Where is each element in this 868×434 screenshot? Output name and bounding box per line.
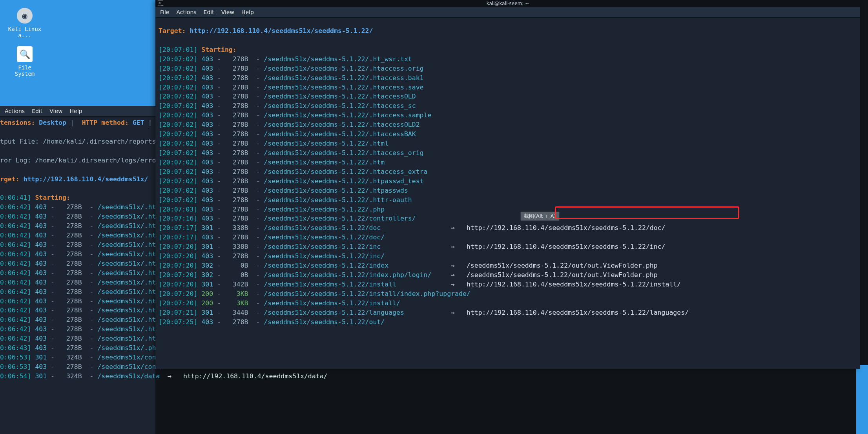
window-title: kali@kali-seem: ~ [487,1,529,6]
scan-row: [20:07:25] 403 - 278B - /seeddms51x/seed… [155,317,860,327]
menu-edit[interactable]: Edit [204,9,214,15]
terminal-window-front[interactable]: >_ kali@kali-seem: ~ File Actions Edit V… [155,0,860,369]
scan-row: [20:07:16] 403 - 278B - /seeddms51x/seed… [155,214,860,223]
desktop-peek-right [856,365,868,434]
menu-actions[interactable]: Actions [5,108,25,114]
menu-file[interactable]: File [160,9,169,15]
terminal-output-front[interactable]: Target: http://192.168.110.4/seeddms51x/… [155,18,860,329]
desktop-icon-label: Kali Linux a... [7,26,42,38]
menu-help[interactable]: Help [241,9,254,15]
scan-row: 0:06:42] 403 - 278B - /seeddms51x/.htacc… [0,231,155,240]
scan-row: [20:07:02] 403 - 278B - /seeddms51x/seed… [155,101,860,111]
scan-row: 0:06:42] 403 - 278B - /seeddms51x/.htacc… [0,221,155,231]
scan-row: [20:07:02] 403 - 278B - /seeddms51x/seed… [155,139,860,148]
scan-row: [20:07:17] 403 - 278B - /seeddms51x/seed… [155,233,860,242]
scan-row: [20:07:02] 403 - 278B - /seeddms51x/seed… [155,111,860,120]
scan-row: [20:07:20] 403 - 278B - /seeddms51x/seed… [155,252,860,261]
scan-row: 0:06:42] 403 - 278B - /seeddms51x/.htm [0,297,155,306]
terminal-icon: >_ [158,0,163,6]
scan-row: [20:07:02] 403 - 278B - /seeddms51x/seed… [155,186,860,195]
scan-row: 0:06:42] 403 - 278B - /seeddms51x/.ht_ws… [0,202,155,212]
scan-row: 0:06:42] 403 - 278B - /seeddms51x/.htacc… [0,268,155,278]
scan-row: 0:06:42] 403 - 278B - /seeddms51x/.htacc… [0,250,155,259]
scan-row: 0:06:42] 403 - 278B - /seeddms51x/.htacc… [0,278,155,287]
scan-row: 0:06:53] 403 - 278B - /seeddms51x/conf/ [0,362,155,372]
desktop-area: ◉ Kali Linux a... 🔍 File System [0,0,155,106]
menubar-back: Actions Edit View Help [0,106,155,117]
scan-row: [20:07:02] 403 - 278B - /seeddms51x/seed… [155,120,860,129]
scan-row: [20:07:20] 302 - 0B - /seeddms51x/seeddm… [155,261,860,270]
scan-row: 0:06:42] 403 - 278B - /seeddms51x/.htacc… [0,287,155,297]
desktop-icon-filesystem[interactable]: 🔍 File System [7,46,42,77]
titlebar: >_ kali@kali-seem: ~ [155,0,860,7]
scan-row: [20:07:02] 403 - 278B - /seeddms51x/seed… [155,195,860,205]
menu-actions[interactable]: Actions [176,9,196,15]
scan-row: [20:07:17] 301 - 338B - /seeddms51x/seed… [155,223,860,233]
scan-row: [20:07:02] 403 - 278B - /seeddms51x/seed… [155,177,860,186]
menu-view[interactable]: View [49,108,62,114]
scan-row: [20:07:02] 403 - 278B - /seeddms51x/seed… [155,158,860,167]
desktop-icon-label: File System [7,64,42,77]
scan-row: 0:06:43] 403 - 278B - /seeddms51x/.php [0,343,155,353]
scan-row: 0:06:54] 301 - 324B - /seeddms51x/data →… [0,372,155,381]
scan-row: [20:07:20] 302 - 0B - /seeddms51x/seeddm… [155,270,860,280]
cd-icon: ◉ [17,8,33,24]
scan-row: [20:07:02] 403 - 278B - /seeddms51x/seed… [155,64,860,73]
scan-row: [20:07:03] 403 - 278B - /seeddms51x/seed… [155,205,860,214]
scan-row: [20:07:02] 403 - 278B - /seeddms51x/seed… [155,55,860,64]
scan-row: [20:07:02] 403 - 278B - /seeddms51x/seed… [155,167,860,177]
scan-row: 0:06:42] 403 - 278B - /seeddms51x/.html [0,306,155,315]
snipping-tool-hint: 截图(Alt + A) [520,212,560,221]
menubar-front: File Actions Edit View Help [155,7,860,18]
scan-row: [20:07:20] 301 - 338B - /seeddms51x/seed… [155,242,860,252]
menu-edit[interactable]: Edit [32,108,42,114]
menu-help[interactable]: Help [70,108,82,114]
scan-row: [20:07:02] 403 - 278B - /seeddms51x/seed… [155,148,860,158]
scan-row: [20:07:20] 200 - 3KB - /seeddms51x/seedd… [155,299,860,308]
scan-row: [20:07:20] 200 - 3KB - /seeddms51x/seedd… [155,289,860,299]
scan-row: 0:06:42] 403 - 278B - /seeddms51x/.htacc… [0,240,155,250]
scan-row: 0:06:42] 403 - 278B - /seeddms51x/.htpas… [0,334,155,343]
search-icon: 🔍 [17,46,33,62]
scan-row: [20:07:02] 403 - 278B - /seeddms51x/seed… [155,83,860,92]
scan-row: 0:06:42] 403 - 278B - /seeddms51x/.htacc… [0,212,155,221]
menu-view[interactable]: View [221,9,234,15]
scan-row: [20:07:02] 403 - 278B - /seeddms51x/seed… [155,73,860,83]
scan-row: 0:06:42] 403 - 278B - /seeddms51x/.httr-… [0,315,155,325]
terminal-window-back[interactable]: Actions Edit View Help tensions: Desktop… [0,106,155,434]
scan-row: 0:06:53] 301 - 324B - /seeddms51x/conf →… [0,353,155,362]
scan-row: [20:07:21] 301 - 344B - /seeddms51x/seed… [155,308,860,317]
scan-row: 0:06:42] 403 - 278B - /seeddms51x/.htacc… [0,259,155,268]
desktop-icon-kali[interactable]: ◉ Kali Linux a... [7,8,42,38]
scan-row: 0:06:42] 403 - 278B - /seeddms51x/.htpas… [0,325,155,334]
scan-row: [20:07:02] 403 - 278B - /seeddms51x/seed… [155,92,860,101]
scan-row: [20:07:20] 301 - 342B - /seeddms51x/seed… [155,280,860,289]
scan-row: [20:07:02] 403 - 278B - /seeddms51x/seed… [155,129,860,139]
terminal-output-back[interactable]: tensions: Desktop | HTTP method: GET | T… [0,117,155,381]
